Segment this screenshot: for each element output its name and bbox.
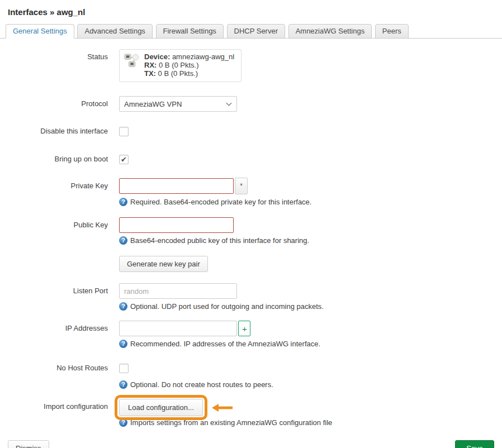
status-rx-line: RX: 0 B (0 Pkts.) xyxy=(144,61,234,69)
form-row-private-key: Private Key * ? Required. Base64-encoded… xyxy=(8,178,494,206)
help-icon: ? xyxy=(119,380,127,389)
public-key-help: ? Base64-encoded public key of this inte… xyxy=(119,236,309,245)
dismiss-button[interactable]: Dismiss xyxy=(8,440,49,448)
form-row-no-host-routes: No Host Routes ? Optional. Do not create… xyxy=(8,363,494,389)
load-configuration-button[interactable]: Load configuration... xyxy=(119,399,203,416)
status-tx-line: TX: 0 B (0 Pkts.) xyxy=(144,69,234,78)
private-key-input[interactable] xyxy=(119,178,234,194)
reveal-password-button[interactable]: * xyxy=(235,178,248,194)
private-key-help: ? Required. Base64-encoded private key f… xyxy=(119,198,311,206)
disable-interface-label: Disable this interface xyxy=(8,126,108,138)
no-host-routes-checkbox[interactable] xyxy=(119,364,129,373)
form-row-ip-addresses: IP Addresses + ? Recommended. IP address… xyxy=(8,321,494,348)
form-row-disable-interface: Disable this interface xyxy=(8,126,494,138)
form-row-import-configuration: Import configuration Load configuration.… xyxy=(8,399,494,427)
no-host-routes-label: No Host Routes xyxy=(8,363,108,389)
status-label: Status xyxy=(8,49,108,82)
annotation-arrow-icon xyxy=(212,404,233,412)
help-icon: ? xyxy=(119,340,127,348)
tab-bar: General Settings Advanced Settings Firew… xyxy=(0,23,502,39)
ip-addresses-help: ? Recommended. IP addresses of the Amnez… xyxy=(119,340,320,348)
form-row-generate-keypair: Generate new key pair xyxy=(8,256,494,272)
bring-up-on-boot-checkbox[interactable] xyxy=(119,155,129,164)
ip-addresses-label: IP Addresses xyxy=(8,321,108,348)
import-configuration-label: Import configuration xyxy=(8,399,108,427)
tab-general-settings[interactable]: General Settings xyxy=(6,24,74,39)
tab-firewall-settings[interactable]: Firewall Settings xyxy=(156,24,224,39)
import-configuration-help: ? Imports settings from an existing Amne… xyxy=(119,418,332,427)
protocol-select[interactable]: AmneziaWG VPN xyxy=(119,96,237,112)
protocol-label: Protocol xyxy=(8,96,108,112)
form-row-protocol: Protocol AmneziaWG VPN xyxy=(8,96,494,112)
listen-port-help: ? Optional. UDP port used for outgoing a… xyxy=(119,302,324,311)
form-row-bring-up-on-boot: Bring up on boot xyxy=(8,154,494,166)
general-settings-panel: Status Device: amneziawg-awg_nl RX: 0 B … xyxy=(0,39,502,427)
public-key-input[interactable] xyxy=(119,217,234,233)
form-row-status: Status Device: amneziawg-awg_nl RX: 0 B … xyxy=(8,49,494,82)
help-icon: ? xyxy=(119,198,127,206)
ip-addresses-input[interactable] xyxy=(119,321,237,336)
form-row-public-key: Public Key ? Base64-encoded public key o… xyxy=(8,217,494,245)
public-key-label: Public Key xyxy=(8,217,108,245)
help-icon: ? xyxy=(119,236,127,245)
add-ip-address-button[interactable]: + xyxy=(238,321,250,336)
no-host-routes-help: ? Optional. Do not create host routes to… xyxy=(119,380,273,389)
private-key-label: Private Key xyxy=(8,178,108,206)
help-icon: ? xyxy=(119,418,127,427)
help-icon: ? xyxy=(119,302,127,311)
save-button[interactable]: Save xyxy=(455,440,494,448)
bring-up-on-boot-label: Bring up on boot xyxy=(8,154,108,166)
tab-dhcp-server[interactable]: DHCP Server xyxy=(227,24,286,39)
disable-interface-checkbox[interactable] xyxy=(119,127,129,136)
status-device-line: Device: amneziawg-awg_nl xyxy=(144,53,234,61)
tab-peers[interactable]: Peers xyxy=(375,24,409,39)
page-title: Interfaces » awg_nl xyxy=(0,0,502,23)
tab-advanced-settings[interactable]: Advanced Settings xyxy=(77,24,152,39)
form-row-listen-port: Listen Port ? Optional. UDP port used fo… xyxy=(8,283,494,311)
interface-status-box: Device: amneziawg-awg_nl RX: 0 B (0 Pkts… xyxy=(119,49,241,82)
tunnel-icon xyxy=(124,53,141,70)
listen-port-input[interactable] xyxy=(119,283,237,299)
generate-key-pair-button[interactable]: Generate new key pair xyxy=(119,256,208,272)
listen-port-label: Listen Port xyxy=(8,283,108,311)
action-bar: Dismiss Save xyxy=(0,427,502,448)
tab-amneziawg-settings[interactable]: AmneziaWG Settings xyxy=(288,24,372,39)
